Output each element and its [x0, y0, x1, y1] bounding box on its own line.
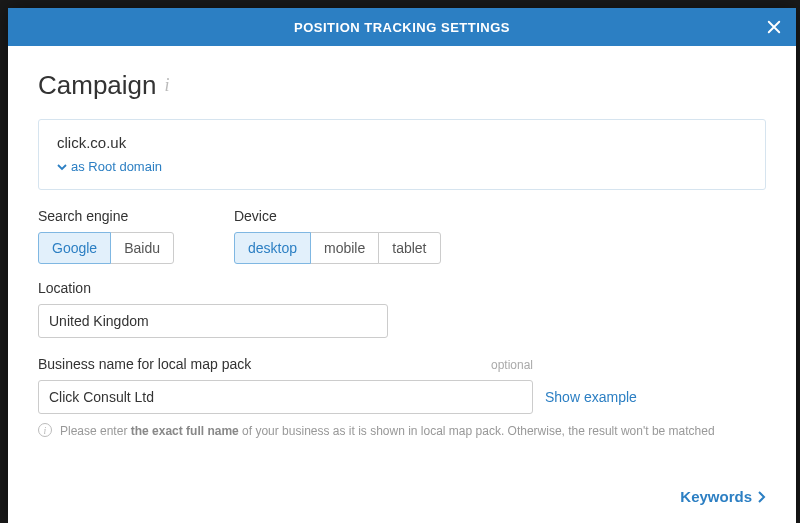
- settings-modal: POSITION TRACKING SETTINGS Campaign i cl…: [8, 8, 796, 523]
- info-icon[interactable]: i: [165, 75, 170, 96]
- business-name-label: Business name for local map pack: [38, 356, 251, 372]
- info-icon: i: [38, 423, 52, 437]
- device-option-tablet[interactable]: tablet: [378, 232, 440, 264]
- device-label: Device: [234, 208, 441, 224]
- domain-type-dropdown[interactable]: as Root domain: [57, 159, 162, 174]
- device-option-desktop[interactable]: desktop: [234, 232, 311, 264]
- business-name-field: Business name for local map pack optiona…: [38, 356, 766, 440]
- optional-tag: optional: [491, 358, 533, 372]
- modal-header: POSITION TRACKING SETTINGS: [8, 8, 796, 46]
- search-engine-label: Search engine: [38, 208, 174, 224]
- business-name-hint: i Please enter the exact full name of yo…: [38, 422, 766, 440]
- search-engine-group: Google Baidu: [38, 232, 174, 264]
- close-button[interactable]: [762, 15, 786, 39]
- chevron-right-icon: [758, 491, 766, 503]
- page-title-text: Campaign: [38, 70, 157, 101]
- close-icon: [765, 18, 783, 36]
- device-field: Device desktop mobile tablet: [234, 208, 441, 264]
- campaign-domain: click.co.uk: [57, 134, 747, 151]
- modal-footer: Keywords: [8, 488, 796, 523]
- device-option-mobile[interactable]: mobile: [310, 232, 379, 264]
- location-label: Location: [38, 280, 766, 296]
- search-engine-option-google[interactable]: Google: [38, 232, 111, 264]
- search-engine-field: Search engine Google Baidu: [38, 208, 174, 264]
- next-step-label: Keywords: [680, 488, 752, 505]
- campaign-domain-box: click.co.uk as Root domain: [38, 119, 766, 190]
- chevron-down-icon: [57, 159, 67, 174]
- business-name-input[interactable]: [38, 380, 533, 414]
- modal-body: Campaign i click.co.uk as Root domain Se…: [8, 46, 796, 488]
- page-title: Campaign i: [38, 70, 766, 101]
- modal-title: POSITION TRACKING SETTINGS: [294, 20, 510, 35]
- location-input[interactable]: [38, 304, 388, 338]
- search-engine-option-baidu[interactable]: Baidu: [110, 232, 174, 264]
- domain-type-label: as Root domain: [71, 159, 162, 174]
- location-field: Location: [38, 280, 766, 338]
- device-group: desktop mobile tablet: [234, 232, 441, 264]
- hint-text: Please enter the exact full name of your…: [60, 422, 715, 440]
- next-step-keywords[interactable]: Keywords: [680, 488, 766, 505]
- show-example-link[interactable]: Show example: [545, 389, 637, 405]
